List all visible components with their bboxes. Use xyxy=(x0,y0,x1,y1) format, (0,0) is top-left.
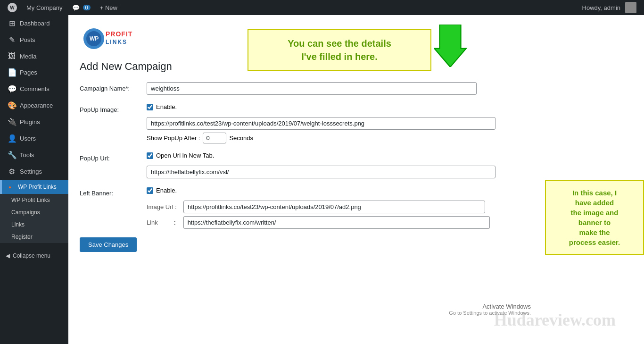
svg-text:LINKS: LINKS xyxy=(106,39,127,45)
popup-timer-row: Show PopUp After : Seconds xyxy=(147,133,633,143)
comment-count: 0 xyxy=(83,5,91,10)
popup-url-field: Open Url in New Tab. xyxy=(147,152,633,178)
sidebar-label-dashboard: Dashboard xyxy=(20,20,50,27)
appearance-icon: 🎨 xyxy=(8,101,16,110)
admin-avatar xyxy=(625,2,636,13)
sidebar-label-comments: Comments xyxy=(20,85,50,92)
sidebar-label-appearance: Appearance xyxy=(20,102,53,109)
users-icon: 👤 xyxy=(8,134,16,143)
left-banner-enable-label: Enable. xyxy=(156,187,177,194)
new-label: + New xyxy=(100,4,117,11)
new-item[interactable]: + New xyxy=(96,0,121,15)
banner-image-url-label: Image Url : xyxy=(147,203,180,210)
main-layout: ⊞ Dashboard ✎ Posts 🖼 Media 📄 Pages 💬 Co… xyxy=(0,15,644,344)
sidebar-item-wp-profit-links[interactable]: ● WP Profit Links xyxy=(0,180,68,194)
collapse-icon: ◀ xyxy=(6,252,10,259)
popup-image-url-input[interactable] xyxy=(147,117,495,130)
logo-svg: WP PROFIT LINKS xyxy=(80,26,136,52)
sidebar-label-wp-profit-links: WP Profit Links xyxy=(18,184,57,190)
collapse-label: Collapse menu xyxy=(13,252,50,259)
sidebar-item-tools[interactable]: 🔧 Tools xyxy=(0,147,68,163)
sidebar-subitem-campaigns[interactable]: Campaigns xyxy=(0,206,68,218)
sidebar-item-dashboard[interactable]: ⊞ Dashboard xyxy=(0,15,68,32)
posts-icon: ✎ xyxy=(8,35,16,44)
sidebar-item-appearance[interactable]: 🎨 Appearance xyxy=(0,97,68,114)
sidebar-label-media: Media xyxy=(20,53,36,60)
admin-bar: W My Company 💬 0 + New Howdy, admin xyxy=(0,0,644,15)
sidebar-subitem-wpp-main[interactable]: WP Profit Links xyxy=(0,194,68,206)
left-banner-label: Left Banner: xyxy=(80,187,141,197)
campaign-name-label: Campaign Name*: xyxy=(80,82,141,92)
howdy-text: Howdy, admin xyxy=(582,4,620,11)
sidebar-label-users: Users xyxy=(20,135,36,142)
sidebar: ⊞ Dashboard ✎ Posts 🖼 Media 📄 Pages 💬 Co… xyxy=(0,15,68,344)
annotation-tooltip-2: In this case, Ihave addedthe image andba… xyxy=(545,180,644,255)
sidebar-label-settings: Settings xyxy=(20,168,42,175)
show-popup-after-label: Show PopUp After : xyxy=(147,134,200,142)
pages-icon: 📄 xyxy=(8,68,16,77)
form-row-popup-url: PopUp Url: Open Url in New Tab. xyxy=(80,152,633,178)
sidebar-item-settings[interactable]: ⚙ Settings xyxy=(0,163,68,180)
comments-icon: 💬 xyxy=(8,84,16,93)
sidebar-item-comments[interactable]: 💬 Comments xyxy=(0,81,68,97)
wp-logo-item[interactable]: W xyxy=(4,0,21,15)
sidebar-subitem-register[interactable]: Register xyxy=(0,231,68,243)
campaign-name-field xyxy=(147,82,633,95)
banner-image-url-input[interactable] xyxy=(183,201,485,213)
seconds-label: Seconds xyxy=(229,134,253,142)
svg-marker-5 xyxy=(434,25,466,67)
comment-icon: 💬 xyxy=(72,4,80,11)
site-name-item[interactable]: My Company xyxy=(23,0,66,15)
sidebar-subitem-links[interactable]: Links xyxy=(0,218,68,231)
wp-logo-icon: W xyxy=(8,3,17,12)
svg-text:WP: WP xyxy=(90,35,99,42)
banner-link-label: Link xyxy=(147,219,170,226)
activate-windows-notice: Activate Windows Go to Settings to activ… xyxy=(449,303,531,316)
plugins-icon: 🔌 xyxy=(8,117,16,126)
content-area: WP PROFIT LINKS Add New Campaign You can… xyxy=(68,15,644,344)
popup-timer-input[interactable] xyxy=(203,133,226,143)
comments-item[interactable]: 💬 0 xyxy=(68,0,94,15)
form-row-campaign-name: Campaign Name*: xyxy=(80,82,633,95)
annotation-tooltip-1: You can see the detailsI've filled in he… xyxy=(248,29,431,71)
sidebar-item-media[interactable]: 🖼 Media xyxy=(0,48,68,64)
banner-link-input[interactable] xyxy=(183,216,490,229)
site-name: My Company xyxy=(26,4,63,11)
popup-url-enable-checkbox[interactable] xyxy=(147,152,153,159)
popup-image-enable-label: Enable. xyxy=(156,103,177,110)
form-row-popup-image: PopUp Image: Enable. Show PopUp After : … xyxy=(80,103,633,143)
sidebar-submenu-wp-profit-links: WP Profit Links Campaigns Links Register xyxy=(0,194,68,243)
popup-url-input[interactable] xyxy=(147,166,495,178)
popup-image-label: PopUp Image: xyxy=(80,103,141,113)
activate-windows-title: Activate Windows xyxy=(449,303,531,310)
svg-text:PROFIT: PROFIT xyxy=(106,30,132,38)
sidebar-item-pages[interactable]: 📄 Pages xyxy=(0,64,68,81)
campaign-name-input[interactable] xyxy=(147,82,477,95)
media-icon: 🖼 xyxy=(8,52,16,60)
left-banner-enable-checkbox[interactable] xyxy=(147,187,153,194)
save-changes-button[interactable]: Save Changes xyxy=(80,237,137,252)
howdy-item[interactable]: Howdy, admin xyxy=(578,0,640,15)
dashboard-icon: ⊞ xyxy=(8,19,16,28)
admin-bar-right: Howdy, admin xyxy=(578,0,640,15)
sidebar-item-plugins[interactable]: 🔌 Plugins xyxy=(0,114,68,130)
wp-profit-links-icon: ● xyxy=(6,185,14,190)
sidebar-item-users[interactable]: 👤 Users xyxy=(0,130,68,147)
green-arrow-icon xyxy=(434,25,467,67)
tools-icon: 🔧 xyxy=(8,151,16,159)
popup-image-field: Enable. Show PopUp After : Seconds xyxy=(147,103,633,143)
sidebar-item-posts[interactable]: ✎ Posts xyxy=(0,32,68,48)
popup-url-enable-label: Open Url in New Tab. xyxy=(156,152,214,159)
annotation-text-1: You can see the detailsI've filled in he… xyxy=(288,38,391,62)
sidebar-collapse-button[interactable]: ◀ Collapse menu xyxy=(0,249,68,263)
popup-url-label: PopUp Url: xyxy=(80,152,141,162)
sidebar-label-plugins: Plugins xyxy=(20,118,40,126)
watermark: Hudareview.com xyxy=(494,310,616,330)
popup-image-enable-row: Enable. xyxy=(147,103,633,110)
popup-url-enable-row: Open Url in New Tab. xyxy=(147,152,633,159)
sidebar-label-posts: Posts xyxy=(20,36,35,43)
popup-image-enable-checkbox[interactable] xyxy=(147,104,153,110)
settings-icon: ⚙ xyxy=(8,167,16,176)
sidebar-label-pages: Pages xyxy=(20,69,37,76)
activate-windows-subtitle: Go to Settings to activate Windows. xyxy=(449,310,531,316)
